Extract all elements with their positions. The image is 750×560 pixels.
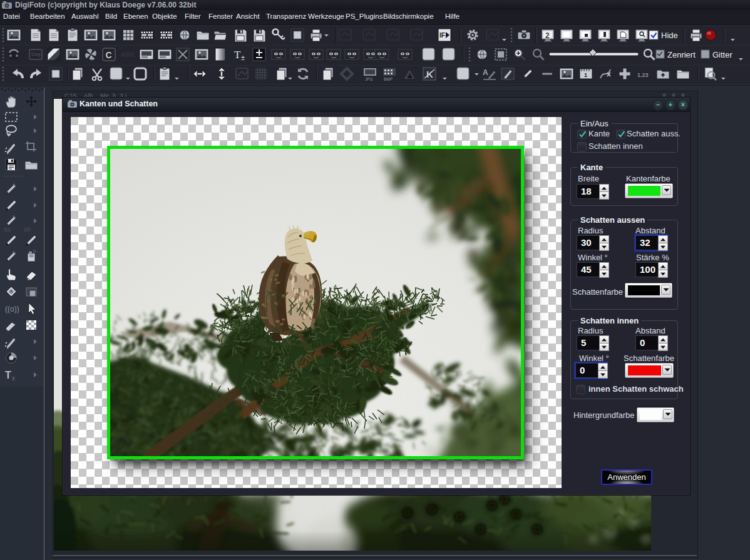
svg-text:Gitter: Gitter [712, 50, 732, 59]
svg-text:Hide: Hide [661, 31, 678, 40]
svg-text:Sh: Sh [24, 227, 31, 233]
svg-text:Zenriert: Zenriert [667, 50, 696, 59]
svg-text:2: 2 [545, 31, 550, 40]
svg-text:((o)): ((o)) [5, 305, 19, 313]
svg-text:So: So [4, 227, 11, 233]
svg-text:x: x [12, 375, 15, 382]
svg-text:T: T [5, 370, 11, 380]
